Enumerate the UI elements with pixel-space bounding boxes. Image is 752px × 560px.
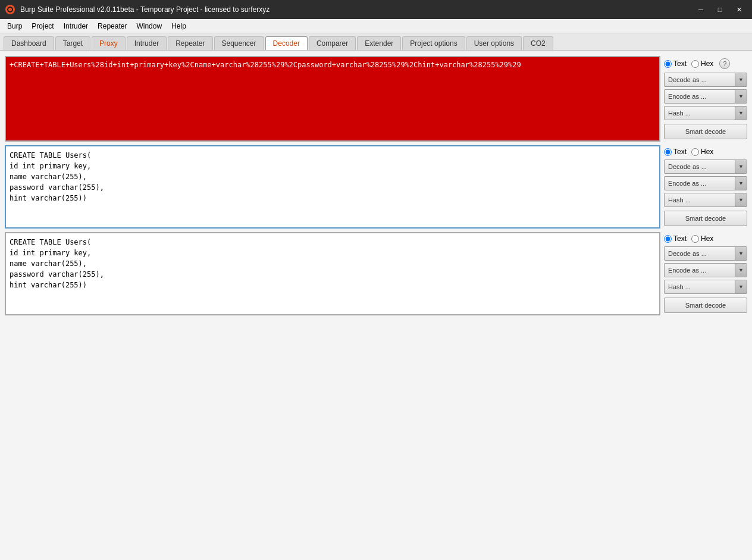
decoder-section-1: +CREATE+TABLE+Users%28id+int+primary+key… (5, 56, 747, 142)
menu-window[interactable]: Window (131, 21, 167, 32)
radio-row-2: Text Hex (664, 148, 747, 156)
controls-panel-2: Text Hex Decode as ... ▼ Encode as ... ▼… (664, 145, 747, 229)
decode-as-label-1: Decode as ... (665, 76, 735, 83)
encode-as-button-2[interactable]: Encode as ... ▼ (664, 176, 747, 190)
decoded-text-2: CREATE TABLE Users( id int primary key, … (6, 146, 659, 207)
text-radio-1[interactable] (664, 60, 672, 68)
tab-repeater[interactable]: Repeater (168, 36, 212, 50)
radio-row-3: Text Hex (664, 234, 747, 243)
smart-decode-button-3[interactable]: Smart decode (664, 298, 747, 313)
input-panel-3: CREATE TABLE Users( id int primary key, … (5, 232, 660, 315)
text-label-1: Text (673, 60, 687, 68)
radio-row-1: Text Hex ? (664, 58, 747, 69)
text-radio-label-1[interactable]: Text (664, 60, 687, 68)
menu-help[interactable]: Help (167, 21, 191, 32)
text-radio-label-2[interactable]: Text (664, 148, 687, 156)
title-bar-controls: ─ □ ✕ (693, 3, 747, 16)
menu-repeater[interactable]: Repeater (93, 21, 131, 32)
decode-as-arrow-3: ▼ (735, 247, 747, 260)
tab-user-options[interactable]: User options (466, 36, 522, 50)
smart-decode-button-2[interactable]: Smart decode (664, 211, 747, 226)
hash-button-3[interactable]: Hash ... ▼ (664, 280, 747, 294)
tab-intruder[interactable]: Intruder (127, 36, 167, 50)
decode-as-label-2: Decode as ... (665, 163, 735, 170)
text-radio-2[interactable] (664, 148, 672, 156)
tab-co2[interactable]: CO2 (523, 36, 553, 50)
encode-as-arrow-2: ▼ (735, 177, 747, 190)
title-bar: Burp Suite Professional v2.0.11beta - Te… (0, 0, 752, 19)
text-label-2: Text (673, 148, 687, 156)
decode-as-arrow-2: ▼ (735, 160, 747, 173)
hash-arrow-3: ▼ (735, 280, 747, 293)
hash-button-1[interactable]: Hash ... ▼ (664, 106, 747, 120)
encode-as-label-2: Encode as ... (665, 180, 735, 187)
main-content: +CREATE+TABLE+Users%28id+int+primary+key… (0, 51, 752, 560)
decoded-text-3: CREATE TABLE Users( id int primary key, … (6, 233, 659, 294)
title-bar-left: Burp Suite Professional v2.0.11beta - Te… (5, 4, 270, 15)
tab-dashboard[interactable]: Dashboard (4, 36, 54, 50)
decode-as-button-3[interactable]: Decode as ... ▼ (664, 246, 747, 261)
tab-proxy[interactable]: Proxy (92, 36, 126, 50)
menu-project[interactable]: Project (27, 21, 58, 32)
tab-extender[interactable]: Extender (357, 36, 401, 50)
hash-button-2[interactable]: Hash ... ▼ (664, 193, 747, 207)
window-title: Burp Suite Professional v2.0.11beta - Te… (20, 5, 270, 14)
close-button[interactable]: ✕ (731, 3, 747, 16)
decode-as-arrow-1: ▼ (735, 73, 747, 86)
tab-comparer[interactable]: Comparer (309, 36, 356, 50)
tab-decoder[interactable]: Decoder (265, 36, 308, 50)
text-radio-label-3[interactable]: Text (664, 234, 687, 243)
maximize-button[interactable]: □ (712, 3, 728, 16)
input-textarea-1[interactable]: +CREATE+TABLE+Users%28id+int+primary+key… (6, 57, 659, 140)
hash-arrow-1: ▼ (735, 107, 747, 120)
menu-bar: Burp Project Intruder Repeater Window He… (0, 19, 752, 33)
hash-arrow-2: ▼ (735, 193, 747, 207)
decoder-section-3: CREATE TABLE Users( id int primary key, … (5, 232, 747, 315)
encode-as-button-3[interactable]: Encode as ... ▼ (664, 263, 747, 277)
encode-as-label-3: Encode as ... (665, 267, 735, 274)
hex-label-2: Hex (701, 148, 713, 156)
hash-label-3: Hash ... (665, 283, 735, 290)
decode-as-label-3: Decode as ... (665, 250, 735, 257)
smart-decode-button-1[interactable]: Smart decode (664, 124, 747, 139)
text-radio-3[interactable] (664, 235, 672, 243)
hex-radio-label-2[interactable]: Hex (691, 148, 713, 156)
help-button-1[interactable]: ? (719, 58, 730, 69)
app-icon (5, 4, 15, 15)
encode-as-arrow-3: ▼ (735, 264, 747, 277)
encode-as-label-1: Encode as ... (665, 93, 735, 100)
svg-point-2 (8, 8, 12, 11)
menu-intruder[interactable]: Intruder (59, 21, 93, 32)
controls-panel-3: Text Hex Decode as ... ▼ Encode as ... ▼… (664, 232, 747, 315)
hex-label-3: Hex (701, 234, 713, 243)
tab-target[interactable]: Target (55, 36, 90, 50)
decoder-section-2: CREATE TABLE Users( id int primary key, … (5, 145, 747, 229)
input-panel-1: +CREATE+TABLE+Users%28id+int+primary+key… (5, 56, 660, 142)
decode-as-button-1[interactable]: Decode as ... ▼ (664, 73, 747, 87)
encode-as-arrow-1: ▼ (735, 90, 747, 103)
decode-as-button-2[interactable]: Decode as ... ▼ (664, 159, 747, 174)
menu-burp[interactable]: Burp (2, 21, 27, 32)
controls-panel-1: Text Hex ? Decode as ... ▼ Encode as ...… (664, 56, 747, 142)
hex-radio-1[interactable] (691, 60, 699, 68)
hex-radio-label-1[interactable]: Hex (691, 60, 713, 68)
hash-label-1: Hash ... (665, 110, 735, 117)
minimize-button[interactable]: ─ (693, 3, 709, 16)
tab-sequencer[interactable]: Sequencer (214, 36, 264, 50)
tab-project-options[interactable]: Project options (402, 36, 465, 50)
hex-radio-2[interactable] (691, 148, 699, 156)
hex-radio-label-3[interactable]: Hex (691, 234, 713, 243)
hex-label-1: Hex (701, 60, 713, 68)
encode-as-button-1[interactable]: Encode as ... ▼ (664, 89, 747, 104)
tab-bar: Dashboard Target Proxy Intruder Repeater… (0, 33, 752, 51)
hash-label-2: Hash ... (665, 196, 735, 204)
text-label-3: Text (673, 234, 687, 243)
input-panel-2: CREATE TABLE Users( id int primary key, … (5, 145, 660, 229)
hex-radio-3[interactable] (691, 235, 699, 243)
